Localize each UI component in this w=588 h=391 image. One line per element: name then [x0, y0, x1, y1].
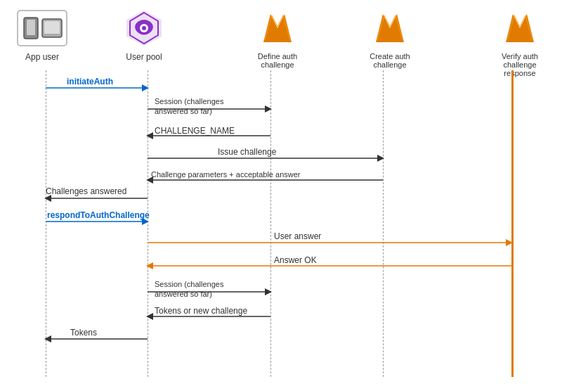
svg-rect-2	[27, 20, 35, 35]
session1-label-line1: Session (challenges	[155, 97, 224, 105]
create-auth-label: Create auth challenge	[362, 52, 418, 69]
challenge-params-label: Challenge parameters + acceptable answer	[151, 170, 301, 179]
lifeline-define-auth	[270, 70, 271, 377]
sequence-diagram: App user User pool Define auth challenge…	[0, 0, 588, 391]
lifeline-verify-auth	[511, 70, 514, 377]
create-auth-icon	[369, 7, 411, 49]
svg-point-7	[142, 26, 146, 30]
participant-create-auth: Create auth challenge	[362, 7, 418, 69]
user-pool-label: User pool	[126, 52, 162, 62]
initiate-auth-label: initiateAuth	[67, 77, 113, 86]
session2-label-line2: answered so far)	[155, 290, 212, 298]
challenge-name-label: CHALLENGE_NAME	[155, 126, 235, 136]
define-auth-icon	[256, 7, 299, 49]
user-pool-icon	[123, 7, 165, 49]
session2-label-line1: Session (challenges	[155, 280, 224, 288]
session1-label-line2: answered so far)	[155, 107, 212, 115]
verify-auth-icon	[499, 7, 541, 49]
svg-rect-4	[44, 21, 60, 34]
answer-ok-label: Answer OK	[274, 255, 317, 265]
device-icon	[14, 7, 70, 49]
participant-app-user: App user	[14, 7, 70, 62]
tokens-label: Tokens	[70, 328, 97, 338]
tokens-or-challenge-label: Tokens or new challenge	[155, 306, 247, 316]
participant-verify-auth: Verify auth challenge response	[488, 7, 551, 77]
lifeline-create-auth	[383, 70, 384, 377]
verify-auth-label: Verify auth challenge response	[488, 52, 551, 77]
define-auth-label: Define auth challenge	[249, 52, 306, 69]
user-answer-label: User answer	[274, 231, 321, 241]
lifeline-app-user	[46, 70, 46, 377]
participant-user-pool: User pool	[123, 7, 165, 62]
app-user-label: App user	[25, 52, 59, 62]
respond-to-label: respondToAuthChallenge	[47, 210, 150, 220]
challenges-answered-label: Challenges answered	[46, 186, 126, 196]
participant-define-auth: Define auth challenge	[249, 7, 306, 69]
issue-challenge-label: Issue challenge	[218, 147, 277, 157]
lifeline-user-pool	[148, 70, 148, 377]
